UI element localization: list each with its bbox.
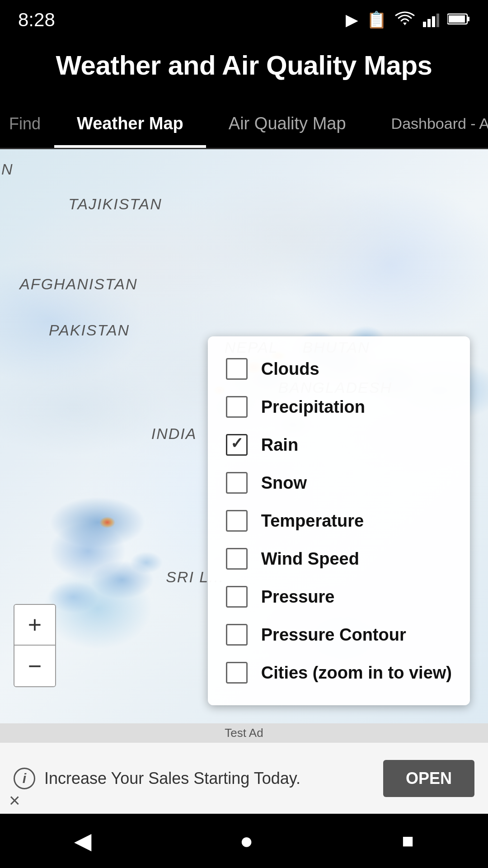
pressure-contour-label: Pressure Contour <box>261 625 406 645</box>
nav-back-button[interactable] <box>74 828 91 854</box>
svg-rect-2 <box>432 16 435 27</box>
layer-snow[interactable]: Snow <box>226 464 452 502</box>
rain-label: Rain <box>261 435 298 455</box>
layer-pressure-contour[interactable]: Pressure Contour <box>226 616 452 654</box>
ad-info: i Increase Your Sales Starting Today. <box>14 768 300 789</box>
notification-icon: ▶ <box>346 10 358 29</box>
svg-rect-1 <box>427 19 431 27</box>
tab-find[interactable]: Find <box>0 99 54 148</box>
status-icons: ▶ 📋 <box>346 10 470 29</box>
snow-checkbox[interactable] <box>226 472 248 494</box>
clipboard-icon: 📋 <box>366 10 387 29</box>
wind-speed-label: Wind Speed <box>261 549 359 569</box>
clouds-label: Clouds <box>261 359 319 379</box>
nav-bar <box>0 814 488 868</box>
svg-rect-6 <box>449 15 465 23</box>
zoom-controls: + − <box>14 604 56 687</box>
nav-home-button[interactable] <box>240 828 253 854</box>
layer-precipitation[interactable]: Precipitation <box>226 388 452 426</box>
clouds-checkbox[interactable] <box>226 358 248 380</box>
map-container[interactable]: TAJIKISTAN AFGHANISTAN PAKISTAN NEPAL BH… <box>0 149 488 723</box>
signal-icon <box>423 11 439 29</box>
rain-checkmark <box>230 438 244 452</box>
zoom-in-button[interactable]: + <box>14 605 55 646</box>
tab-bar: Find Weather Map Air Quality Map Dashboa… <box>0 99 488 149</box>
nav-recents-button[interactable] <box>402 830 414 852</box>
status-time: 8:28 <box>18 9 55 31</box>
ad-label: Test Ad <box>0 723 488 743</box>
pressure-label: Pressure <box>261 587 335 607</box>
tab-dashboard[interactable]: Dashboard - Air Qual <box>369 99 488 148</box>
rain-checkbox[interactable] <box>226 434 248 456</box>
wind-speed-checkbox[interactable] <box>226 548 248 570</box>
svg-rect-0 <box>423 22 426 27</box>
svg-rect-3 <box>436 14 439 27</box>
ad-text: Increase Your Sales Starting Today. <box>44 769 300 788</box>
ad-content: i Increase Your Sales Starting Today. OP… <box>0 743 488 814</box>
cities-checkbox[interactable] <box>226 662 248 684</box>
precipitation-label: Precipitation <box>261 397 365 417</box>
zoom-out-button[interactable]: − <box>14 646 55 686</box>
cities-label: Cities (zoom in to view) <box>261 663 452 683</box>
ad-open-button[interactable]: OPEN <box>383 760 474 797</box>
ad-info-icon: i <box>14 768 35 789</box>
layer-clouds[interactable]: Clouds <box>226 350 452 388</box>
battery-icon <box>447 12 470 28</box>
layer-temperature[interactable]: Temperature <box>226 502 452 540</box>
snow-label: Snow <box>261 473 307 493</box>
app-title: Weather and Air Quality Maps <box>56 50 432 80</box>
temperature-label: Temperature <box>261 511 364 531</box>
ad-close-button[interactable]: × <box>9 791 20 810</box>
layer-panel: Clouds Precipitation Rain Snow Temperatu… <box>208 336 470 705</box>
layer-rain[interactable]: Rain <box>226 426 452 464</box>
layer-wind-speed[interactable]: Wind Speed <box>226 540 452 578</box>
tab-air-quality-map[interactable]: Air Quality Map <box>206 99 369 148</box>
wifi-icon <box>395 11 415 29</box>
status-bar: 8:28 ▶ 📋 <box>0 0 488 36</box>
temperature-checkbox[interactable] <box>226 510 248 532</box>
layer-pressure[interactable]: Pressure <box>226 578 452 616</box>
pressure-checkbox[interactable] <box>226 586 248 608</box>
pressure-contour-checkbox[interactable] <box>226 624 248 646</box>
tab-weather-map[interactable]: Weather Map <box>54 99 206 148</box>
ad-banner: Test Ad i Increase Your Sales Starting T… <box>0 723 488 814</box>
precipitation-checkbox[interactable] <box>226 396 248 418</box>
app-header: Weather and Air Quality Maps <box>0 36 488 99</box>
svg-rect-5 <box>467 17 469 21</box>
layer-cities[interactable]: Cities (zoom in to view) <box>226 654 452 692</box>
